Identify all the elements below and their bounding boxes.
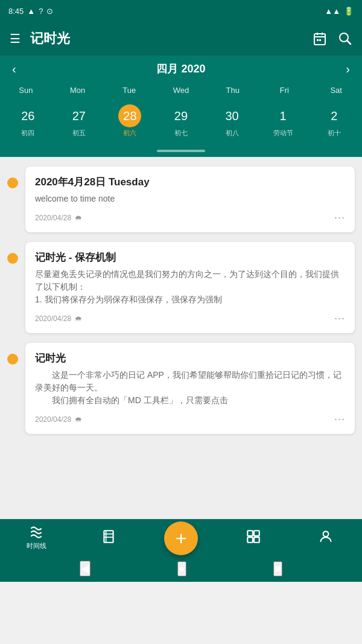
day-sun: Sun <box>0 84 52 96</box>
day-fri: Fri <box>259 84 311 96</box>
svg-rect-15 <box>254 537 259 543</box>
calendar-button[interactable] <box>313 31 327 46</box>
svg-rect-14 <box>247 537 253 543</box>
scroll-indicator <box>0 150 362 157</box>
day-thu: Thu <box>207 84 259 96</box>
system-nav: ◀ ● ■ <box>0 555 362 582</box>
timeline-item-2[interactable]: 记时光 - 保存机制 尽量避免丢失记录的情况也是我们努力的方向之一，为了达到这个… <box>7 242 355 333</box>
nav-timeline[interactable]: 时间线 <box>0 524 72 550</box>
back-button[interactable]: ◀ <box>80 561 91 576</box>
home-button[interactable]: ● <box>177 561 186 576</box>
app-bar-actions <box>313 31 352 46</box>
svg-line-7 <box>347 40 351 44</box>
signal-icon: ▲▲ <box>325 7 340 16</box>
cal-day-27[interactable]: 27 初五 <box>54 102 105 140</box>
cal-day-30[interactable]: 30 初八 <box>206 102 258 140</box>
card-footer-2: 2020/04/28 🌧 ··· <box>35 312 345 325</box>
card-body-1: welcome to time note <box>35 193 345 205</box>
card-title-1: 2020年4月28日 Tuesday <box>35 175 345 189</box>
timeline-card-1[interactable]: 2020年4月28日 Tuesday welcome to time note … <box>25 167 355 232</box>
wifi-icon: ▲ <box>27 7 35 16</box>
status-left: 8:45 ▲ ? ⊙ <box>8 7 53 16</box>
timeline-card-3[interactable]: 记时光 这是一个非常小巧的日记 APP，我们希望能够帮助你们重拾记日记的习惯，记… <box>25 343 355 434</box>
time-display: 8:45 <box>8 7 24 16</box>
cal-day-26[interactable]: 26 初四 <box>2 102 54 140</box>
calendar-nav: ‹ 四月 2020 › <box>0 56 362 82</box>
timeline-item-3[interactable]: 记时光 这是一个非常小巧的日记 APP，我们希望能够帮助你们重拾记日记的习惯，记… <box>7 343 355 434</box>
timeline-content: 2020年4月28日 Tuesday welcome to time note … <box>0 157 362 519</box>
app-bar: ☰ 记时光 <box>0 22 362 56</box>
notebook-icon <box>101 529 116 544</box>
card-date-2: 2020/04/28 🌧 <box>35 314 82 323</box>
cal-day-1[interactable]: 1 劳动节 <box>258 102 309 140</box>
nav-profile[interactable] <box>290 529 362 546</box>
weather-icon-1: 🌧 <box>75 214 82 222</box>
svg-point-16 <box>323 531 329 537</box>
svg-rect-12 <box>247 531 253 536</box>
card-body-2: 尽量避免丢失记录的情况也是我们努力的方向之一，为了达到这个目的，我们提供了以下机… <box>35 268 345 306</box>
card-title-2: 记时光 - 保存机制 <box>35 250 345 264</box>
svg-rect-4 <box>317 39 319 41</box>
card-date-1: 2020/04/28 🌧 <box>35 214 82 222</box>
tag-icon <box>246 529 261 544</box>
timeline-dot-3 <box>7 354 18 365</box>
nav-timeline-label: 时间线 <box>27 541 46 550</box>
svg-rect-8 <box>104 531 113 543</box>
timeline-icon <box>28 524 44 540</box>
search-button[interactable] <box>338 31 352 46</box>
day-mon: Mon <box>52 84 104 96</box>
status-right: ▲▲ 🔋 <box>325 7 354 16</box>
prev-month-button[interactable]: ‹ <box>12 62 16 76</box>
bottom-nav: 时间线 + <box>0 519 362 555</box>
calendar-month-year: 四月 2020 <box>156 62 205 76</box>
calendar-icon <box>313 31 327 46</box>
question-icon: ? <box>39 7 43 16</box>
day-sat: Sat <box>310 84 362 96</box>
status-bar: 8:45 ▲ ? ⊙ ▲▲ 🔋 <box>0 0 362 22</box>
card-menu-1[interactable]: ··· <box>334 211 345 224</box>
recents-button[interactable]: ■ <box>273 561 282 576</box>
app-title: 记时光 <box>30 30 313 48</box>
cal-day-28[interactable]: 28 初六 <box>104 102 156 140</box>
cal-day-2[interactable]: 2 初十 <box>308 102 360 140</box>
timeline-dot-1 <box>7 177 18 188</box>
day-tue: Tue <box>103 84 155 96</box>
fab-button[interactable]: + <box>164 521 198 555</box>
timeline-item-1[interactable]: 2020年4月28日 Tuesday welcome to time note … <box>7 167 355 232</box>
scroll-bar <box>157 150 205 152</box>
menu-button[interactable]: ☰ <box>10 31 21 46</box>
timeline-dot-2 <box>7 253 18 264</box>
day-wed: Wed <box>155 84 207 96</box>
weather-icon-2: 🌧 <box>75 314 82 323</box>
at-icon: ⊙ <box>46 7 53 16</box>
fab-icon: + <box>176 528 187 550</box>
timeline-card-2[interactable]: 记时光 - 保存机制 尽量避免丢失记录的情况也是我们努力的方向之一，为了达到这个… <box>25 242 355 333</box>
card-menu-2[interactable]: ··· <box>334 312 345 325</box>
search-icon <box>338 31 352 46</box>
person-icon <box>318 529 334 544</box>
next-month-button[interactable]: › <box>346 62 350 76</box>
card-date-3: 2020/04/28 🌧 <box>35 415 82 424</box>
calendar-section: ‹ 四月 2020 › Sun Mon Tue Wed Thu Fri Sat … <box>0 56 362 157</box>
card-title-3: 记时光 <box>35 351 345 365</box>
svg-rect-13 <box>254 531 259 536</box>
cal-day-29[interactable]: 29 初七 <box>156 102 207 140</box>
nav-tags[interactable] <box>217 529 290 546</box>
day-headers: Sun Mon Tue Wed Thu Fri Sat <box>0 82 362 98</box>
card-footer-1: 2020/04/28 🌧 ··· <box>35 211 345 224</box>
weather-icon-3: 🌧 <box>75 415 82 424</box>
calendar-days: 26 初四 27 初五 28 初六 29 初七 30 初八 1 劳动节 2 初十 <box>0 98 362 150</box>
card-footer-3: 2020/04/28 🌧 ··· <box>35 413 345 426</box>
battery-icon: 🔋 <box>344 7 354 16</box>
card-body-3: 这是一个非常小巧的日记 APP，我们希望能够帮助你们重拾记日记的习惯，记录美好的… <box>35 369 345 407</box>
nav-notebook[interactable] <box>72 529 145 546</box>
card-menu-3[interactable]: ··· <box>334 413 345 426</box>
svg-rect-5 <box>319 39 321 41</box>
